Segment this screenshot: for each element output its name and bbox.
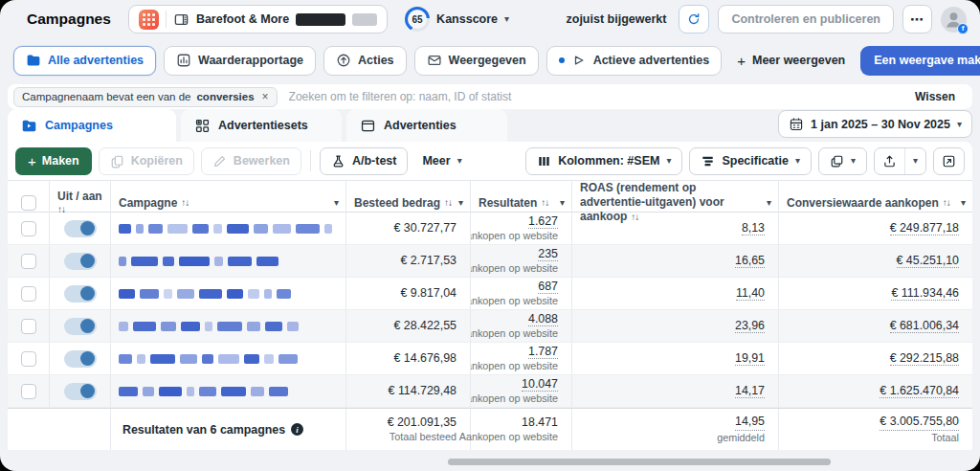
arrow-up-circle-icon (336, 53, 351, 68)
remove-filter-icon[interactable]: × (262, 90, 269, 103)
more-options-button[interactable]: ⋯ (902, 5, 932, 34)
filter-label: Actieve advertenties (593, 54, 710, 67)
results-sublabel: Aankopen op website (471, 360, 558, 372)
header-label: Besteed bedrag (354, 196, 440, 210)
breakdown-icon (701, 154, 715, 168)
average-roas-value[interactable]: 14,95 (735, 415, 765, 431)
more-actions-button[interactable]: Meer ▾ (414, 154, 469, 168)
sort-icon: ↑↓ (181, 197, 189, 208)
filter-value-report[interactable]: Waarderapportage (164, 46, 316, 76)
active-filter-chip[interactable]: Campagnenaam bevat een van de conversies… (13, 87, 278, 107)
envelope-icon (427, 53, 442, 68)
duplicate-button[interactable]: Kopiëren (99, 147, 194, 175)
tab-ad-sets[interactable]: Advertentiesets (181, 109, 342, 142)
roas-value[interactable]: 16,65 (735, 254, 765, 269)
review-publish-button[interactable]: Controleren en publiceren (718, 5, 894, 34)
spent-value: € 114.729,48 (389, 384, 457, 398)
total-conversion-value[interactable]: € 3.005.755,80 (880, 415, 959, 431)
create-campaign-button[interactable]: + Maken (15, 147, 92, 175)
header-results[interactable]: Resultaten ↑↓ ▾ (471, 181, 572, 224)
conversion-value[interactable]: € 292.215,88 (890, 351, 959, 367)
open-charts-button[interactable] (933, 147, 965, 175)
roas-value[interactable]: 14,17 (735, 384, 765, 399)
campaign-name-redacted[interactable] (119, 257, 338, 266)
opportunity-score[interactable]: 65 Kansscore ▾ (405, 7, 509, 32)
account-name: Barefoot & More (196, 12, 289, 26)
results-value[interactable]: 235 (538, 247, 558, 262)
conversion-value[interactable]: € 681.006,34 (890, 319, 959, 334)
header-campaign[interactable]: Campagne ↑↓ ▾ (111, 181, 346, 224)
edit-button[interactable]: Bewerken (201, 147, 301, 175)
horizontal-scrollbar[interactable] (448, 459, 831, 465)
columns-label: Kolommen: #SEM (558, 154, 659, 168)
info-icon[interactable]: i (291, 423, 303, 436)
export-button[interactable] (875, 148, 904, 174)
chevron-down-icon: ▾ (458, 198, 463, 208)
campaign-toggle-on[interactable] (64, 383, 97, 400)
header-conversion-value[interactable]: Conversiewaarde aankopen ↑↓ ▾ (779, 181, 972, 224)
campaign-toggle-on[interactable] (64, 350, 97, 368)
campaign-name-redacted[interactable] (119, 354, 338, 364)
row-checkbox[interactable] (21, 384, 36, 399)
header-select-all (8, 181, 50, 224)
conversion-value[interactable]: € 111.934,46 (891, 286, 959, 302)
filter-delivered[interactable]: Weergegeven (414, 46, 539, 76)
tab-label: Advertentiesets (218, 119, 308, 132)
filter-all-ads[interactable]: Alle advertenties (13, 46, 156, 76)
search-input[interactable] (287, 89, 904, 104)
refresh-button[interactable] (679, 5, 709, 34)
header-toggle[interactable]: Uit / aan ↑↓ (50, 181, 111, 224)
header-roas[interactable]: ROAS (rendement op advertentie-uitgaven)… (572, 181, 779, 224)
reports-button[interactable]: ▾ (818, 147, 867, 175)
create-label: Maken (42, 154, 79, 168)
redacted-text (352, 13, 377, 26)
campaign-name-redacted[interactable] (119, 224, 338, 234)
account-selector[interactable]: Barefoot & More (128, 5, 388, 34)
results-sublabel: Aankopen op website (471, 230, 558, 242)
header-spent[interactable]: Besteed bedrag ↑↓ ▾ (346, 181, 471, 224)
show-more-filters-button[interactable]: + Meer weergeven (729, 54, 853, 68)
create-view-button[interactable]: Een weergave maken (860, 46, 980, 76)
row-checkbox[interactable] (21, 286, 36, 302)
ab-test-button[interactable]: A/b-test (320, 147, 409, 175)
campaign-toggle-on[interactable] (64, 285, 97, 303)
tab-ads[interactable]: Advertenties (346, 109, 507, 142)
row-checkbox[interactable] (21, 254, 36, 269)
filter-actions[interactable]: Acties (323, 46, 407, 76)
filter-chip-value: conversies (196, 91, 254, 102)
clear-filters-button[interactable]: Wissen (903, 90, 967, 103)
campaign-name-redacted[interactable] (119, 289, 338, 299)
filter-active-ads[interactable]: Actieve advertenties (546, 46, 723, 76)
columns-button[interactable]: Kolommen: #SEM ▾ (525, 147, 682, 175)
show-more-label: Meer weergeven (752, 54, 845, 67)
conversion-value[interactable]: € 1.625.470,84 (880, 384, 959, 399)
campaign-name-redacted[interactable] (119, 322, 338, 331)
roas-value[interactable]: 23,96 (735, 319, 765, 334)
row-checkbox[interactable] (21, 319, 36, 334)
date-range-picker[interactable]: 1 jan 2025 – 30 Nov 2025 ▾ (778, 110, 972, 138)
conversion-value[interactable]: € 45.251,10 (897, 254, 959, 269)
roas-value[interactable]: 19,91 (735, 351, 765, 367)
export-options-button[interactable]: ▾ (905, 148, 925, 174)
campaign-toggle-on[interactable] (64, 220, 97, 237)
tab-campaigns[interactable]: Campagnes (8, 109, 176, 142)
sort-icon: ↑↓ (541, 197, 548, 208)
campaign-name-redacted[interactable] (119, 387, 338, 396)
divider (310, 150, 311, 171)
results-value[interactable]: 687 (538, 280, 558, 295)
breakdown-button[interactable]: Specificatie ▾ (689, 147, 812, 175)
campaigns-folder-icon (21, 118, 37, 134)
campaign-toggle-on[interactable] (64, 318, 97, 335)
avatar[interactable]: f (941, 7, 967, 33)
row-checkbox[interactable] (21, 351, 36, 367)
results-value[interactable]: 4.088 (528, 312, 558, 327)
roas-value[interactable]: 11,40 (736, 286, 765, 302)
refresh-icon (686, 11, 702, 27)
spent-value: € 9.817,04 (400, 286, 457, 301)
results-value[interactable]: 10.047 (522, 377, 558, 392)
campaign-toggle-on[interactable] (64, 253, 97, 270)
breakdown-label: Specificatie (722, 154, 788, 168)
results-sublabel: Aankopen op website (471, 262, 558, 275)
select-all-checkbox[interactable] (21, 195, 36, 211)
results-value[interactable]: 1.787 (528, 345, 558, 360)
